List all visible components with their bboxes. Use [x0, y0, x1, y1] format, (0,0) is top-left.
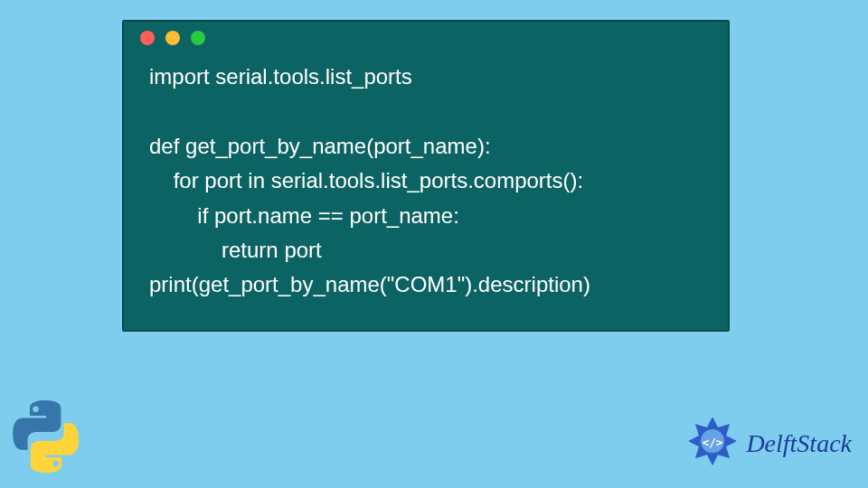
code-window: import serial.tools.list_ports def get_p… [122, 20, 730, 332]
minimize-icon [165, 31, 180, 45]
close-icon [140, 31, 155, 45]
maximize-icon [191, 31, 205, 45]
code-block: import serial.tools.list_ports def get_p… [124, 54, 728, 303]
python-logo-icon [5, 396, 87, 477]
delftstack-logo-icon: </> [684, 416, 741, 472]
delftstack-branding: </> DelftStack [684, 416, 852, 472]
svg-text:</>: </> [703, 436, 723, 449]
brand-text: DelftStack [746, 429, 852, 458]
window-titlebar [124, 22, 728, 54]
